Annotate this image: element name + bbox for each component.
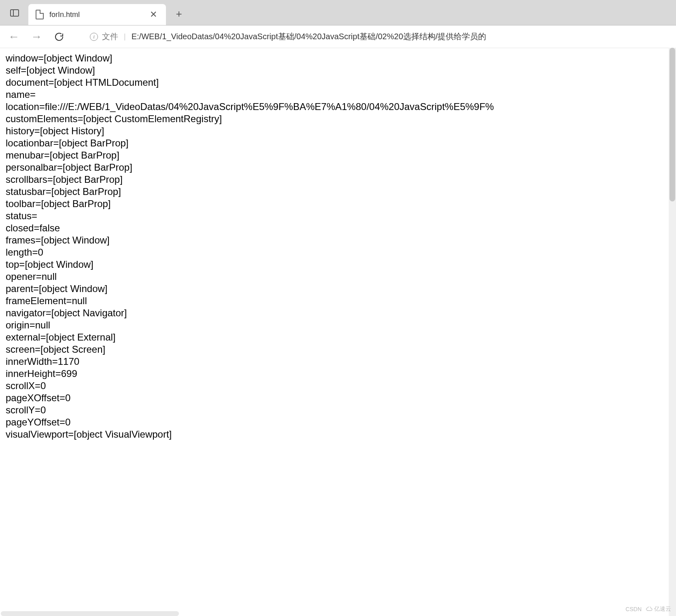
new-tab-button[interactable]: + bbox=[169, 4, 189, 23]
content-line: menubar=[object BarProp] bbox=[6, 149, 670, 161]
content-line: external=[object External] bbox=[6, 331, 670, 343]
back-button[interactable]: ← bbox=[7, 30, 20, 43]
browser-chrome: forIn.html ✕ + bbox=[0, 0, 676, 25]
address-separator: | bbox=[124, 32, 126, 41]
tab-actions-icon bbox=[10, 9, 19, 17]
content-line: customElements=[object CustomElementRegi… bbox=[6, 113, 670, 125]
file-icon bbox=[36, 10, 44, 19]
content-line: innerHeight=699 bbox=[6, 368, 670, 380]
content-line: personalbar=[object BarProp] bbox=[6, 161, 670, 174]
content-line: top=[object Window] bbox=[6, 258, 670, 271]
vertical-scrollbar[interactable] bbox=[669, 48, 676, 445]
content-line: location=file:///E:/WEB/1_VideoDatas/04%… bbox=[6, 101, 670, 113]
address-bar[interactable]: i 文件 | E:/WEB/1_VideoDatas/04%20JavaScri… bbox=[83, 29, 669, 45]
arrow-left-icon: ← bbox=[8, 31, 19, 42]
address-source-label: 文件 bbox=[102, 31, 118, 42]
content-line: window=[object Window] bbox=[6, 52, 670, 64]
content-line: length=0 bbox=[6, 246, 670, 258]
tab-title: forIn.html bbox=[49, 11, 141, 19]
content-line: statusbar=[object BarProp] bbox=[6, 186, 670, 198]
plus-icon: + bbox=[176, 8, 182, 20]
content-line: self=[object Window] bbox=[6, 64, 670, 76]
content-line: pageYOffset=0 bbox=[6, 416, 670, 428]
content-line: closed=false bbox=[6, 222, 670, 234]
content-line: name= bbox=[6, 89, 670, 101]
tab-actions-button[interactable] bbox=[5, 3, 24, 23]
address-url: E:/WEB/1_VideoDatas/04%20JavaScript基础/04… bbox=[132, 31, 487, 42]
page-content: window=[object Window]self=[object Windo… bbox=[0, 48, 676, 445]
content-line: origin=null bbox=[6, 319, 670, 331]
content-line: pageXOffset=0 bbox=[6, 392, 670, 404]
content-line: screen=[object Screen] bbox=[6, 343, 670, 356]
content-line: opener=null bbox=[6, 271, 670, 283]
forward-button[interactable]: → bbox=[30, 30, 43, 43]
content-line: navigator=[object Navigator] bbox=[6, 307, 670, 319]
content-line: locationbar=[object BarProp] bbox=[6, 137, 670, 149]
scrollbar-thumb[interactable] bbox=[670, 48, 675, 201]
content-line: toolbar=[object BarProp] bbox=[6, 198, 670, 210]
refresh-icon bbox=[54, 32, 64, 42]
info-icon[interactable]: i bbox=[90, 33, 98, 41]
content-line: document=[object HTMLDocument] bbox=[6, 76, 670, 89]
content-line: visualViewport=[object VisualViewport] bbox=[6, 428, 670, 440]
content-line: frameElement=null bbox=[6, 295, 670, 307]
browser-toolbar: ← → i 文件 | E:/WEB/1_VideoDatas/04%20Java… bbox=[0, 25, 676, 48]
content-line: status= bbox=[6, 210, 670, 222]
content-line: innerWidth=1170 bbox=[6, 356, 670, 368]
content-line: history=[object History] bbox=[6, 125, 670, 137]
content-line: scrollY=0 bbox=[6, 404, 670, 416]
content-line: scrollX=0 bbox=[6, 380, 670, 392]
tab-strip: forIn.html ✕ + bbox=[0, 0, 676, 25]
content-line: parent=[object Window] bbox=[6, 283, 670, 295]
close-icon[interactable]: ✕ bbox=[147, 8, 160, 21]
refresh-button[interactable] bbox=[53, 30, 66, 43]
content-line: scrollbars=[object BarProp] bbox=[6, 174, 670, 186]
content-line: frames=[object Window] bbox=[6, 234, 670, 246]
browser-tab-active[interactable]: forIn.html ✕ bbox=[28, 4, 166, 25]
arrow-right-icon: → bbox=[31, 31, 42, 42]
